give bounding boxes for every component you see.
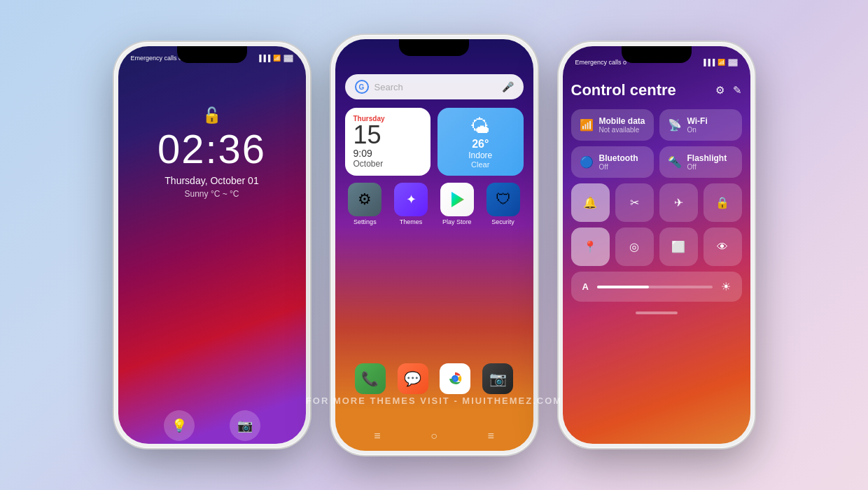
home-bar xyxy=(636,312,678,314)
dock-chrome[interactable] xyxy=(440,363,470,394)
brightness-slider[interactable] xyxy=(597,286,713,288)
cc-title: Control centre xyxy=(571,81,676,99)
home-screen: G Search 🎤 Thursday 15 9:09 October 🌤 26… xyxy=(335,39,533,451)
cc-status-emergency: Emergency calls o xyxy=(575,59,627,66)
mobile-data-sub: Not available xyxy=(599,126,645,134)
nav-home[interactable]: ○ xyxy=(430,430,438,442)
cc-bluetooth[interactable]: 🔵 Bluetooth Off xyxy=(571,146,654,178)
app-playstore[interactable]: Play Store xyxy=(437,183,477,270)
cc-flashlight[interactable]: 🔦 Flashlight Off xyxy=(659,146,742,178)
lock-icon: 🔓 xyxy=(202,106,221,125)
search-bar[interactable]: G Search 🎤 xyxy=(345,74,524,99)
cc-scan[interactable]: ◎ xyxy=(615,227,654,266)
cc-location[interactable]: 📍 xyxy=(571,227,610,266)
search-input[interactable]: Search xyxy=(374,82,496,92)
app-themes[interactable]: ✦ Themes xyxy=(391,183,431,270)
cal-num: 15 xyxy=(354,122,423,148)
cc-expand[interactable]: ⬜ xyxy=(659,227,698,266)
app-grid: ⚙ Settings ✦ Themes xyxy=(345,183,524,270)
mic-icon[interactable]: 🎤 xyxy=(502,81,514,92)
dock-messages[interactable]: 💬 xyxy=(398,363,428,394)
cc-wifi-icon: 📶 xyxy=(718,59,725,66)
weather-desc: Clear xyxy=(471,160,489,169)
wifi-sub: On xyxy=(687,126,708,134)
widget-weather[interactable]: 🌤 26° Indore Clear xyxy=(438,108,524,176)
mobile-data-icon: 📶 xyxy=(580,118,594,132)
settings-icon: ⚙ xyxy=(348,183,382,216)
brightness-sun-icon: ☀ xyxy=(721,280,731,293)
widget-calendar[interactable]: Thursday 15 9:09 October xyxy=(345,108,431,176)
notch xyxy=(399,39,469,56)
flashlight-icon: 🔦 xyxy=(668,155,682,169)
brightness-fill xyxy=(597,286,649,288)
nav-back[interactable]: ≡ xyxy=(487,430,493,442)
signal-icon: ▐▐▐ xyxy=(257,55,270,62)
flashlight-button[interactable]: 💡 xyxy=(164,410,195,441)
cc-eye[interactable]: 👁 xyxy=(704,227,742,266)
app-settings[interactable]: ⚙ Settings xyxy=(345,183,386,270)
security-icon: 🛡 xyxy=(486,183,520,216)
dock-phone[interactable]: 📞 xyxy=(355,363,386,394)
mobile-data-title: Mobile data xyxy=(599,116,645,126)
flashlight-title: Flashlight xyxy=(687,153,727,163)
phone-lockscreen: Emergency calls only ▐▐▐ 📶 ▓▓ 🔓 02:36 Th… xyxy=(114,42,310,448)
themes-label: Themes xyxy=(400,218,423,225)
cc-brightness: A ☀ xyxy=(571,272,742,302)
cc-header: Control centre ⚙ ✎ xyxy=(571,81,742,99)
cc-edit-icon[interactable]: ✎ xyxy=(733,84,742,97)
lock-time: 02:36 xyxy=(158,129,266,169)
weather-icon: 🌤 xyxy=(470,115,490,138)
notch xyxy=(177,46,247,63)
camera-button[interactable]: 📷 xyxy=(230,410,260,441)
bluetooth-sub: Off xyxy=(599,163,638,171)
cc-row-icons-1: 🔔 ✂ ✈ 🔒 xyxy=(571,183,742,222)
control-center: Emergency calls o ▐▐▐ 📶 ▓▓ Control centr… xyxy=(563,46,750,444)
bluetooth-icon: 🔵 xyxy=(580,155,594,169)
phone-control-center: Emergency calls o ▐▐▐ 📶 ▓▓ Control centr… xyxy=(559,42,755,448)
lock-date: Thursday, October 01 xyxy=(164,175,258,186)
brightness-a-label: A xyxy=(582,281,589,292)
dock: 📞 💬 📷 xyxy=(335,356,533,401)
settings-label: Settings xyxy=(354,218,377,225)
lock-bottom: 💡 📷 xyxy=(118,410,306,441)
phone-homescreen: G Search 🎤 Thursday 15 9:09 October 🌤 26… xyxy=(331,35,538,455)
svg-marker-0 xyxy=(451,192,464,207)
widgets-row: Thursday 15 9:09 October 🌤 26° Indore Cl… xyxy=(345,108,524,176)
playstore-label: Play Store xyxy=(442,218,472,225)
cc-alarm[interactable]: 🔔 xyxy=(571,183,610,222)
wifi-icon: 📶 xyxy=(273,55,281,62)
themes-icon: ✦ xyxy=(394,183,428,216)
security-label: Security xyxy=(491,218,514,225)
battery-icon: ▓▓ xyxy=(284,55,293,62)
cc-mobile-data[interactable]: 📶 Mobile data Not available xyxy=(571,109,654,141)
cc-status-icons: ▐▐▐ 📶 ▓▓ xyxy=(701,59,737,66)
cc-lock-rotation[interactable]: 🔒 xyxy=(704,183,742,222)
lock-screen: 🔓 02:36 Thursday, October 01 Sunny °C ~ … xyxy=(118,64,306,444)
status-icons: ▐▐▐ 📶 ▓▓ xyxy=(257,55,293,62)
cc-signal-icon: ▐▐▐ xyxy=(701,59,715,66)
playstore-icon xyxy=(440,183,474,216)
cal-month: October xyxy=(354,159,423,169)
notch xyxy=(622,46,692,63)
cc-airplane[interactable]: ✈ xyxy=(659,183,698,222)
wifi-icon: 📡 xyxy=(668,118,682,132)
app-security[interactable]: 🛡 Security xyxy=(483,183,524,270)
cc-screenshot[interactable]: ✂ xyxy=(615,183,654,222)
google-logo: G xyxy=(355,80,369,94)
cc-battery-icon: ▓▓ xyxy=(728,59,737,66)
cc-tiles-top: 📶 Mobile data Not available 📡 Wi-Fi On 🔵 xyxy=(571,109,742,178)
cc-wifi[interactable]: 📡 Wi-Fi On xyxy=(659,109,742,141)
watermark: FOR MORE THEMES VISIT - MIUITHEMEZ.COM xyxy=(306,396,562,406)
wifi-title: Wi-Fi xyxy=(687,116,708,126)
weather-city: Indore xyxy=(468,150,492,160)
nav-bar: ≡ ○ ≡ xyxy=(335,426,533,451)
weather-temp: 26° xyxy=(472,138,489,150)
dock-camera[interactable]: 📷 xyxy=(482,363,513,394)
cc-settings-icon[interactable]: ⚙ xyxy=(715,84,724,97)
flashlight-sub: Off xyxy=(687,163,727,171)
cal-time: 9:09 xyxy=(354,148,423,159)
nav-menu[interactable]: ≡ xyxy=(374,430,380,442)
cc-header-icons: ⚙ ✎ xyxy=(715,84,742,97)
lock-weather: Sunny °C ~ °C xyxy=(185,189,239,199)
cc-row-icons-2: 📍 ◎ ⬜ 👁 xyxy=(571,227,742,266)
